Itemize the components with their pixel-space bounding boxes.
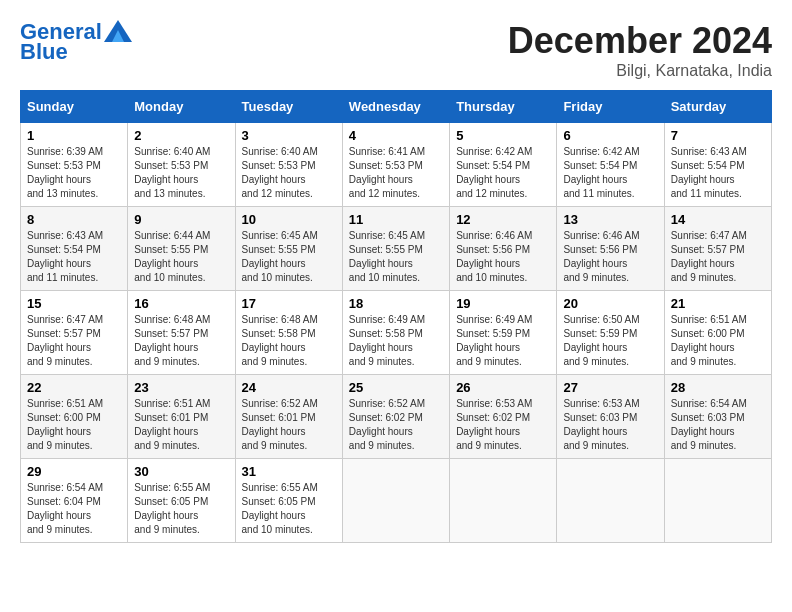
column-header-tuesday: Tuesday [235,91,342,123]
day-info: Sunrise: 6:52 AMSunset: 6:02 PMDaylight … [349,398,425,451]
page-header: General Blue December 2024 Bilgi, Karnat… [20,20,772,80]
column-header-thursday: Thursday [450,91,557,123]
day-info: Sunrise: 6:42 AMSunset: 5:54 PMDaylight … [456,146,532,199]
location: Bilgi, Karnataka, India [508,62,772,80]
day-number: 3 [242,128,336,143]
day-number: 24 [242,380,336,395]
calendar-cell: 18 Sunrise: 6:49 AMSunset: 5:58 PMDaylig… [342,291,449,375]
day-info: Sunrise: 6:51 AMSunset: 6:00 PMDaylight … [27,398,103,451]
calendar-table: SundayMondayTuesdayWednesdayThursdayFrid… [20,90,772,543]
day-info: Sunrise: 6:55 AMSunset: 6:05 PMDaylight … [134,482,210,535]
day-number: 9 [134,212,228,227]
day-number: 7 [671,128,765,143]
day-number: 16 [134,296,228,311]
calendar-week-row: 15 Sunrise: 6:47 AMSunset: 5:57 PMDaylig… [21,291,772,375]
day-info: Sunrise: 6:40 AMSunset: 5:53 PMDaylight … [134,146,210,199]
calendar-cell: 11 Sunrise: 6:45 AMSunset: 5:55 PMDaylig… [342,207,449,291]
calendar-cell: 30 Sunrise: 6:55 AMSunset: 6:05 PMDaylig… [128,459,235,543]
logo-icon [104,20,132,42]
column-header-sunday: Sunday [21,91,128,123]
day-number: 15 [27,296,121,311]
calendar-cell: 17 Sunrise: 6:48 AMSunset: 5:58 PMDaylig… [235,291,342,375]
day-number: 13 [563,212,657,227]
day-number: 10 [242,212,336,227]
day-info: Sunrise: 6:49 AMSunset: 5:59 PMDaylight … [456,314,532,367]
day-info: Sunrise: 6:47 AMSunset: 5:57 PMDaylight … [27,314,103,367]
day-number: 27 [563,380,657,395]
day-number: 11 [349,212,443,227]
calendar-cell: 13 Sunrise: 6:46 AMSunset: 5:56 PMDaylig… [557,207,664,291]
day-number: 5 [456,128,550,143]
calendar-header-row: SundayMondayTuesdayWednesdayThursdayFrid… [21,91,772,123]
calendar-cell: 1 Sunrise: 6:39 AMSunset: 5:53 PMDayligh… [21,123,128,207]
day-info: Sunrise: 6:53 AMSunset: 6:03 PMDaylight … [563,398,639,451]
day-info: Sunrise: 6:53 AMSunset: 6:02 PMDaylight … [456,398,532,451]
calendar-cell: 10 Sunrise: 6:45 AMSunset: 5:55 PMDaylig… [235,207,342,291]
day-number: 6 [563,128,657,143]
day-number: 19 [456,296,550,311]
day-info: Sunrise: 6:51 AMSunset: 6:01 PMDaylight … [134,398,210,451]
calendar-cell: 4 Sunrise: 6:41 AMSunset: 5:53 PMDayligh… [342,123,449,207]
day-number: 22 [27,380,121,395]
calendar-week-row: 8 Sunrise: 6:43 AMSunset: 5:54 PMDayligh… [21,207,772,291]
calendar-cell [557,459,664,543]
calendar-cell: 6 Sunrise: 6:42 AMSunset: 5:54 PMDayligh… [557,123,664,207]
title-section: December 2024 Bilgi, Karnataka, India [508,20,772,80]
day-info: Sunrise: 6:45 AMSunset: 5:55 PMDaylight … [349,230,425,283]
day-number: 23 [134,380,228,395]
day-info: Sunrise: 6:55 AMSunset: 6:05 PMDaylight … [242,482,318,535]
day-number: 4 [349,128,443,143]
day-info: Sunrise: 6:52 AMSunset: 6:01 PMDaylight … [242,398,318,451]
day-number: 12 [456,212,550,227]
column-header-monday: Monday [128,91,235,123]
calendar-cell: 14 Sunrise: 6:47 AMSunset: 5:57 PMDaylig… [664,207,771,291]
day-info: Sunrise: 6:44 AMSunset: 5:55 PMDaylight … [134,230,210,283]
calendar-week-row: 29 Sunrise: 6:54 AMSunset: 6:04 PMDaylig… [21,459,772,543]
day-number: 14 [671,212,765,227]
calendar-week-row: 22 Sunrise: 6:51 AMSunset: 6:00 PMDaylig… [21,375,772,459]
day-info: Sunrise: 6:46 AMSunset: 5:56 PMDaylight … [563,230,639,283]
day-number: 1 [27,128,121,143]
calendar-week-row: 1 Sunrise: 6:39 AMSunset: 5:53 PMDayligh… [21,123,772,207]
day-number: 17 [242,296,336,311]
calendar-cell [342,459,449,543]
column-header-wednesday: Wednesday [342,91,449,123]
day-info: Sunrise: 6:40 AMSunset: 5:53 PMDaylight … [242,146,318,199]
day-info: Sunrise: 6:51 AMSunset: 6:00 PMDaylight … [671,314,747,367]
day-number: 26 [456,380,550,395]
column-header-saturday: Saturday [664,91,771,123]
day-number: 29 [27,464,121,479]
day-info: Sunrise: 6:41 AMSunset: 5:53 PMDaylight … [349,146,425,199]
calendar-cell: 23 Sunrise: 6:51 AMSunset: 6:01 PMDaylig… [128,375,235,459]
calendar-cell: 26 Sunrise: 6:53 AMSunset: 6:02 PMDaylig… [450,375,557,459]
day-info: Sunrise: 6:49 AMSunset: 5:58 PMDaylight … [349,314,425,367]
day-info: Sunrise: 6:54 AMSunset: 6:04 PMDaylight … [27,482,103,535]
calendar-cell: 2 Sunrise: 6:40 AMSunset: 5:53 PMDayligh… [128,123,235,207]
calendar-cell: 5 Sunrise: 6:42 AMSunset: 5:54 PMDayligh… [450,123,557,207]
day-number: 28 [671,380,765,395]
calendar-cell: 16 Sunrise: 6:48 AMSunset: 5:57 PMDaylig… [128,291,235,375]
day-info: Sunrise: 6:45 AMSunset: 5:55 PMDaylight … [242,230,318,283]
day-number: 21 [671,296,765,311]
calendar-cell: 15 Sunrise: 6:47 AMSunset: 5:57 PMDaylig… [21,291,128,375]
day-info: Sunrise: 6:43 AMSunset: 5:54 PMDaylight … [27,230,103,283]
calendar-cell: 28 Sunrise: 6:54 AMSunset: 6:03 PMDaylig… [664,375,771,459]
day-info: Sunrise: 6:54 AMSunset: 6:03 PMDaylight … [671,398,747,451]
calendar-cell: 9 Sunrise: 6:44 AMSunset: 5:55 PMDayligh… [128,207,235,291]
day-info: Sunrise: 6:50 AMSunset: 5:59 PMDaylight … [563,314,639,367]
logo-blue-text: Blue [20,40,68,64]
day-info: Sunrise: 6:47 AMSunset: 5:57 PMDaylight … [671,230,747,283]
day-info: Sunrise: 6:46 AMSunset: 5:56 PMDaylight … [456,230,532,283]
calendar-cell: 21 Sunrise: 6:51 AMSunset: 6:00 PMDaylig… [664,291,771,375]
day-number: 8 [27,212,121,227]
calendar-cell [450,459,557,543]
day-number: 2 [134,128,228,143]
month-title: December 2024 [508,20,772,62]
calendar-cell: 12 Sunrise: 6:46 AMSunset: 5:56 PMDaylig… [450,207,557,291]
calendar-cell: 3 Sunrise: 6:40 AMSunset: 5:53 PMDayligh… [235,123,342,207]
day-number: 31 [242,464,336,479]
calendar-cell: 31 Sunrise: 6:55 AMSunset: 6:05 PMDaylig… [235,459,342,543]
calendar-cell: 27 Sunrise: 6:53 AMSunset: 6:03 PMDaylig… [557,375,664,459]
calendar-cell: 25 Sunrise: 6:52 AMSunset: 6:02 PMDaylig… [342,375,449,459]
calendar-cell: 29 Sunrise: 6:54 AMSunset: 6:04 PMDaylig… [21,459,128,543]
